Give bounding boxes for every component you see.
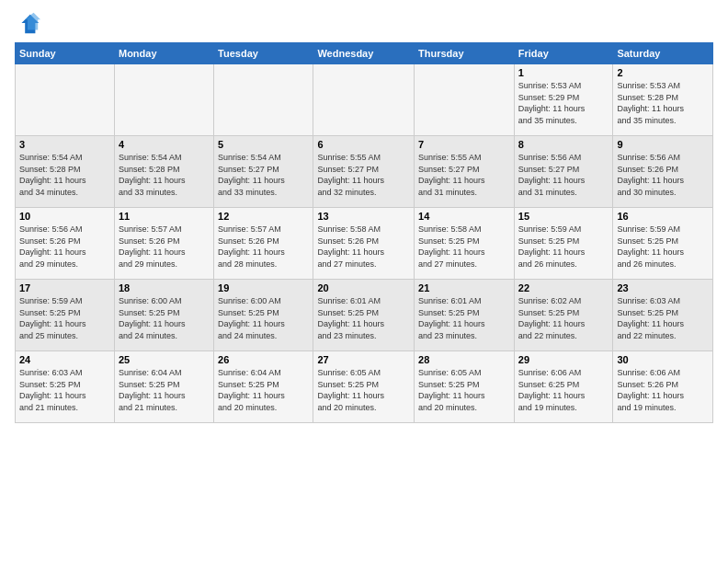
day-number: 5	[218, 139, 309, 150]
day-info: Sunrise: 5:56 AM Sunset: 5:26 PM Dayligh…	[19, 224, 110, 270]
calendar-cell: 30Sunrise: 6:06 AM Sunset: 5:26 PM Dayli…	[613, 351, 713, 423]
day-number: 30	[617, 354, 709, 365]
calendar-cell: 8Sunrise: 5:56 AM Sunset: 5:27 PM Daylig…	[514, 136, 613, 208]
day-info: Sunrise: 5:59 AM Sunset: 5:25 PM Dayligh…	[617, 224, 709, 270]
week-row-3: 10Sunrise: 5:56 AM Sunset: 5:26 PM Dayli…	[16, 208, 713, 280]
day-number: 2	[617, 67, 709, 78]
calendar-cell: 28Sunrise: 6:05 AM Sunset: 5:25 PM Dayli…	[415, 351, 515, 423]
day-info: Sunrise: 5:54 AM Sunset: 5:28 PM Dayligh…	[19, 152, 110, 198]
day-number: 24	[19, 354, 110, 365]
calendar-cell: 6Sunrise: 5:55 AM Sunset: 5:27 PM Daylig…	[313, 136, 415, 208]
day-info: Sunrise: 5:55 AM Sunset: 5:27 PM Dayligh…	[418, 152, 510, 198]
day-info: Sunrise: 6:00 AM Sunset: 5:25 PM Dayligh…	[119, 295, 210, 341]
week-row-5: 24Sunrise: 6:03 AM Sunset: 5:25 PM Dayli…	[16, 351, 713, 423]
day-number: 19	[218, 282, 309, 293]
calendar-cell	[16, 64, 115, 136]
calendar-cell: 29Sunrise: 6:06 AM Sunset: 6:25 PM Dayli…	[514, 351, 613, 423]
calendar-cell: 12Sunrise: 5:57 AM Sunset: 5:26 PM Dayli…	[214, 208, 313, 280]
calendar-cell: 21Sunrise: 6:01 AM Sunset: 5:25 PM Dayli…	[415, 280, 515, 351]
day-number: 23	[617, 282, 709, 293]
day-header-monday: Monday	[114, 43, 213, 64]
day-info: Sunrise: 5:54 AM Sunset: 5:27 PM Dayligh…	[218, 152, 309, 198]
day-info: Sunrise: 5:57 AM Sunset: 5:26 PM Dayligh…	[218, 224, 309, 270]
day-info: Sunrise: 6:01 AM Sunset: 5:25 PM Dayligh…	[418, 295, 510, 341]
calendar-cell: 5Sunrise: 5:54 AM Sunset: 5:27 PM Daylig…	[214, 136, 313, 208]
day-info: Sunrise: 5:58 AM Sunset: 5:25 PM Dayligh…	[418, 224, 510, 270]
day-info: Sunrise: 6:05 AM Sunset: 5:25 PM Dayligh…	[418, 367, 510, 413]
day-number: 8	[518, 139, 609, 150]
calendar-cell: 7Sunrise: 5:55 AM Sunset: 5:27 PM Daylig…	[415, 136, 515, 208]
day-number: 11	[119, 211, 210, 222]
day-number: 17	[19, 282, 110, 293]
day-header-sunday: Sunday	[16, 43, 115, 64]
day-info: Sunrise: 6:00 AM Sunset: 5:25 PM Dayligh…	[218, 295, 309, 341]
calendar-cell: 19Sunrise: 6:00 AM Sunset: 5:25 PM Dayli…	[214, 280, 313, 351]
day-info: Sunrise: 6:02 AM Sunset: 5:25 PM Dayligh…	[518, 295, 609, 341]
calendar-cell: 17Sunrise: 5:59 AM Sunset: 5:25 PM Dayli…	[16, 280, 115, 351]
day-number: 26	[218, 354, 309, 365]
logo-icon	[15, 11, 40, 37]
calendar-cell	[313, 64, 415, 136]
day-info: Sunrise: 6:01 AM Sunset: 5:25 PM Dayligh…	[317, 295, 410, 341]
calendar-table: SundayMondayTuesdayWednesdayThursdayFrid…	[15, 42, 713, 423]
day-info: Sunrise: 5:59 AM Sunset: 5:25 PM Dayligh…	[518, 224, 609, 270]
day-header-friday: Friday	[514, 43, 613, 64]
day-number: 18	[119, 282, 210, 293]
day-number: 20	[317, 282, 410, 293]
day-number: 25	[119, 354, 210, 365]
page: SundayMondayTuesdayWednesdayThursdayFrid…	[0, 0, 728, 563]
day-info: Sunrise: 6:04 AM Sunset: 5:25 PM Dayligh…	[218, 367, 309, 413]
calendar-cell: 18Sunrise: 6:00 AM Sunset: 5:25 PM Dayli…	[114, 280, 213, 351]
day-number: 22	[518, 282, 609, 293]
calendar-cell: 20Sunrise: 6:01 AM Sunset: 5:25 PM Dayli…	[313, 280, 415, 351]
day-number: 27	[317, 354, 410, 365]
day-info: Sunrise: 6:05 AM Sunset: 5:25 PM Dayligh…	[317, 367, 410, 413]
day-number: 12	[218, 211, 309, 222]
logo	[15, 11, 42, 37]
header	[15, 11, 713, 37]
calendar-cell: 23Sunrise: 6:03 AM Sunset: 5:25 PM Dayli…	[613, 280, 713, 351]
calendar-cell: 9Sunrise: 5:56 AM Sunset: 5:26 PM Daylig…	[613, 136, 713, 208]
day-header-tuesday: Tuesday	[214, 43, 313, 64]
day-number: 4	[119, 139, 210, 150]
week-row-2: 3Sunrise: 5:54 AM Sunset: 5:28 PM Daylig…	[16, 136, 713, 208]
calendar-cell	[214, 64, 313, 136]
calendar-cell: 26Sunrise: 6:04 AM Sunset: 5:25 PM Dayli…	[214, 351, 313, 423]
day-number: 28	[418, 354, 510, 365]
calendar-header: SundayMondayTuesdayWednesdayThursdayFrid…	[16, 43, 713, 64]
day-number: 10	[19, 211, 110, 222]
day-info: Sunrise: 5:57 AM Sunset: 5:26 PM Dayligh…	[119, 224, 210, 270]
header-row: SundayMondayTuesdayWednesdayThursdayFrid…	[16, 43, 713, 64]
day-info: Sunrise: 6:03 AM Sunset: 5:25 PM Dayligh…	[617, 295, 709, 341]
calendar-cell: 4Sunrise: 5:54 AM Sunset: 5:28 PM Daylig…	[114, 136, 213, 208]
calendar-cell: 24Sunrise: 6:03 AM Sunset: 5:25 PM Dayli…	[16, 351, 115, 423]
day-info: Sunrise: 6:06 AM Sunset: 5:26 PM Dayligh…	[617, 367, 709, 413]
day-info: Sunrise: 5:55 AM Sunset: 5:27 PM Dayligh…	[317, 152, 410, 198]
day-number: 16	[617, 211, 709, 222]
day-header-wednesday: Wednesday	[313, 43, 415, 64]
calendar-cell: 13Sunrise: 5:58 AM Sunset: 5:26 PM Dayli…	[313, 208, 415, 280]
calendar-cell: 11Sunrise: 5:57 AM Sunset: 5:26 PM Dayli…	[114, 208, 213, 280]
calendar-cell: 27Sunrise: 6:05 AM Sunset: 5:25 PM Dayli…	[313, 351, 415, 423]
calendar-cell: 1Sunrise: 5:53 AM Sunset: 5:29 PM Daylig…	[514, 64, 613, 136]
day-info: Sunrise: 5:56 AM Sunset: 5:26 PM Dayligh…	[617, 152, 709, 198]
calendar-cell: 16Sunrise: 5:59 AM Sunset: 5:25 PM Dayli…	[613, 208, 713, 280]
day-number: 9	[617, 139, 709, 150]
day-number: 14	[418, 211, 510, 222]
day-info: Sunrise: 6:06 AM Sunset: 6:25 PM Dayligh…	[518, 367, 609, 413]
calendar-body: 1Sunrise: 5:53 AM Sunset: 5:29 PM Daylig…	[16, 64, 713, 423]
calendar-cell: 25Sunrise: 6:04 AM Sunset: 5:25 PM Dayli…	[114, 351, 213, 423]
day-info: Sunrise: 5:56 AM Sunset: 5:27 PM Dayligh…	[518, 152, 609, 198]
calendar-cell: 15Sunrise: 5:59 AM Sunset: 5:25 PM Dayli…	[514, 208, 613, 280]
calendar-cell: 22Sunrise: 6:02 AM Sunset: 5:25 PM Dayli…	[514, 280, 613, 351]
calendar-cell: 14Sunrise: 5:58 AM Sunset: 5:25 PM Dayli…	[415, 208, 515, 280]
day-number: 21	[418, 282, 510, 293]
calendar-cell	[415, 64, 515, 136]
day-header-saturday: Saturday	[613, 43, 713, 64]
day-number: 7	[418, 139, 510, 150]
day-info: Sunrise: 5:59 AM Sunset: 5:25 PM Dayligh…	[19, 295, 110, 341]
day-info: Sunrise: 6:03 AM Sunset: 5:25 PM Dayligh…	[19, 367, 110, 413]
day-info: Sunrise: 5:58 AM Sunset: 5:26 PM Dayligh…	[317, 224, 410, 270]
day-number: 6	[317, 139, 410, 150]
calendar-cell: 2Sunrise: 5:53 AM Sunset: 5:28 PM Daylig…	[613, 64, 713, 136]
